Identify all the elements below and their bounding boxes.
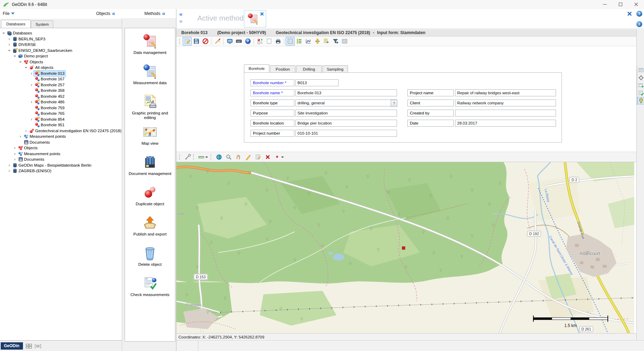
expander-closed-icon[interactable]: › [29,82,34,87]
field-input-date[interactable]: 28.03.2017 [455,120,556,127]
help-icon[interactable]: ? [636,11,642,17]
close-method-icon[interactable] [260,11,264,16]
cancel-button[interactable] [201,37,210,46]
tree-item-demo-project[interactable]: ›Demo project [0,53,122,59]
tree-item-borehole-452[interactable]: Borehole 452 [0,94,122,99]
expander-open-icon[interactable]: › [7,48,12,53]
expander-open-icon[interactable]: › [18,59,23,64]
form-tab-position[interactable]: Position [270,65,295,72]
expander-closed-icon[interactable]: › [24,128,28,133]
method-check-measurements[interactable]: Check measurements [125,276,175,295]
expander-open-icon[interactable]: › [1,31,6,35]
tree-item-geotechnical-investigation-en-iso-22475-2018-[interactable]: ›Geotechnical investigation EN ISO 22475… [0,128,122,134]
layout-grid-icon[interactable] [26,343,32,349]
file-menu[interactable]: File [3,11,15,16]
delete-x-button[interactable] [263,152,272,161]
borehole-type-help-button[interactable]: ? [391,100,397,107]
field-input-project-number[interactable]: 010-10-101 [295,130,397,137]
expander-closed-icon[interactable]: › [13,151,17,156]
method-graphic-printing[interactable]: Graphic printing and editing [125,94,175,114]
tree-item-documents[interactable]: ›Documents [0,157,122,162]
field-input-borehole-name-[interactable]: Borehole 013 [295,89,397,96]
tree-item-borehole-013[interactable]: ›Borehole 013 [0,71,122,77]
edit-note-button[interactable] [183,37,192,46]
splitter[interactable] [122,18,122,340]
clipboard-button[interactable] [264,37,273,46]
field-input-created-by[interactable] [455,110,556,117]
map-view[interactable]: ourtD 2D 192AttancourtGrande RueLa Blais… [176,162,634,333]
table-button[interactable] [340,37,349,46]
form-check-button[interactable] [637,89,644,97]
objects-menu[interactable]: Objects« [96,11,115,16]
measure-button[interactable] [183,152,192,161]
expander-open-icon[interactable]: › [13,54,17,58]
expander-closed-icon[interactable]: › [7,37,11,41]
list-copy-button[interactable] [322,37,331,46]
maximize-button[interactable] [613,0,628,9]
tree-item-borehole-854[interactable]: ›Borehole 854 [0,117,122,122]
field-input-borehole-location[interactable]: Bridge pier location [295,120,397,127]
column-tool-button[interactable] [313,37,322,46]
method-map-view[interactable]: Map view [125,124,175,144]
tree-item-measurement-points[interactable]: ›Measurement points [0,151,122,157]
tree-item-all-objects[interactable]: ›All objects [0,65,122,71]
scale-ruler-button[interactable] [197,152,210,161]
pan-button[interactable] [233,152,243,161]
tree-item-borehole-759[interactable]: Borehole 759 [0,105,122,111]
expander-closed-icon[interactable]: › [18,134,23,139]
tree-item-borehole-951[interactable]: Borehole 951 [0,122,122,128]
method-delete-object[interactable]: Delete object [125,245,175,265]
expander-closed-icon[interactable]: › [13,145,17,150]
filter-add-button[interactable] [331,37,340,46]
printer-button[interactable] [273,37,283,46]
tree-item-borehole-257[interactable]: ›Borehole 257 [0,82,122,88]
globe-button[interactable] [214,152,224,161]
close-button[interactable] [628,0,644,9]
method-document-management[interactable]: Document management [125,154,175,174]
field-input-borehole-number-[interactable]: B013 [295,79,339,86]
profile-chart-button[interactable] [304,37,313,46]
form-add-button[interactable] [637,82,644,89]
minimize-button[interactable] [597,0,613,9]
save-button[interactable] [192,37,201,46]
sidebar-tab-system[interactable]: System [31,21,53,28]
help-button[interactable]: ? [243,37,252,46]
form-tab-borehole[interactable]: Borehole [244,64,269,72]
expander-closed-icon[interactable]: › [7,163,11,168]
methods-menu[interactable]: Methods« [144,11,165,16]
pencil-button[interactable] [243,152,253,161]
sort-bars-button[interactable] [295,37,304,46]
form-grid-button[interactable] [286,37,295,46]
panel-button[interactable] [637,66,644,74]
expander-closed-icon[interactable]: › [7,42,11,47]
crosshair-button[interactable] [637,74,644,81]
method-measurement-data[interactable]: Measurement data [125,64,175,83]
form-tab-drilling[interactable]: Drilling [296,65,321,72]
tree-item-objects[interactable]: ›Objects [0,59,122,65]
tree-item-documents[interactable]: Documents [0,139,122,145]
expander-closed-icon[interactable]: › [7,168,11,173]
wizard-button[interactable] [213,37,222,46]
marker-button[interactable] [272,152,286,161]
tree-item-borehole-486[interactable]: ›Borehole 486 [0,99,122,105]
tree-item-objects[interactable]: ›Objects [0,145,122,151]
import-spheres-button[interactable] [255,37,264,46]
close-panel-icon[interactable] [627,11,632,16]
form-tab-sampling[interactable]: Sampling [323,65,348,72]
active-method-tab[interactable] [244,10,266,27]
tree-item-borehole-167[interactable]: Borehole 167 [0,76,122,82]
method-publish-export[interactable]: Publish and export [125,215,175,235]
field-input-project-name[interactable]: Repair of railway bridges west-east [455,89,556,96]
expander-closed-icon[interactable]: › [13,157,17,162]
info-icon[interactable]: i [636,21,642,27]
zoom-button[interactable] [224,152,233,161]
tree-item-berlin-sep3[interactable]: ›BERLIN_SEP3 [0,36,122,42]
field-input-client[interactable]: Railway network company [455,99,556,106]
expander-open-icon[interactable]: › [24,65,29,70]
tree-item-geodin-maps-beispieldatenbank-berlin[interactable]: ›GeODin Maps - Beispieldatenbank Berlin [0,162,122,168]
panel-layout-icon[interactable] [35,343,41,349]
scroll-left-icon[interactable]: « [179,11,182,17]
tree-item-borehole-358[interactable]: Borehole 358 [0,88,122,94]
tree-item-zagreb-eniso-[interactable]: ›ZAGREB-(ENISO) [0,168,122,174]
method-data-management[interactable]: Data management [125,33,175,53]
